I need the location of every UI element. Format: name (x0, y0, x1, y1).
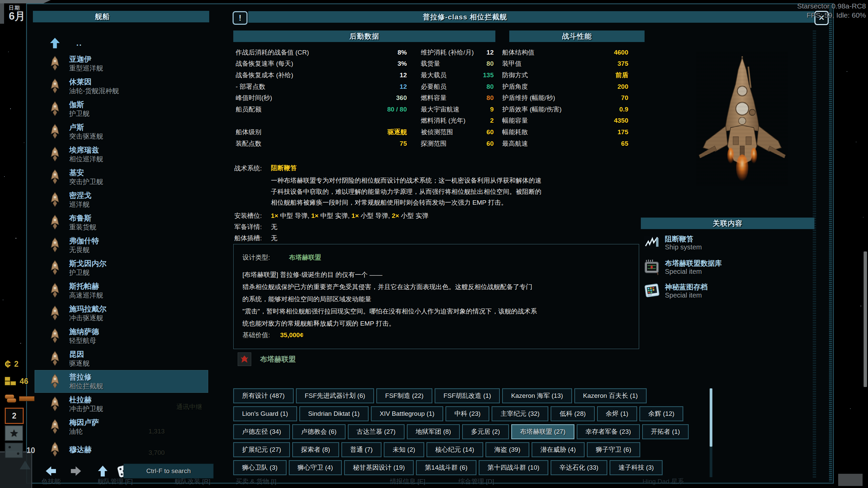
filter-button[interactable]: FSF胡乱改造 (1) (435, 388, 500, 403)
ship-list-item[interactable]: 埃席瑞兹 相位巡洋舰 (35, 143, 208, 166)
filter-scrollbar-thumb[interactable] (710, 388, 712, 447)
ship-list-item[interactable]: 斯戈因内尔 护卫舰 (35, 257, 208, 279)
ship-type: 油轮-货舰混种舰 (69, 86, 119, 95)
filter-button[interactable]: 狮子守卫 (6) (587, 442, 640, 457)
base-value-label: 基础价值: (242, 331, 270, 339)
ship-list-item[interactable]: 穆达赫 (35, 438, 208, 461)
ship-icon (47, 373, 62, 390)
alert-button[interactable]: ! (233, 11, 248, 25)
filter-button[interactable]: 开拓者 (1) (642, 424, 689, 439)
stat-value: 2 (490, 117, 494, 124)
stat-value: 8% (398, 49, 407, 56)
filter-button[interactable]: 幸存者军备 (23) (577, 424, 640, 439)
related-item-blueprint[interactable]: 神秘蓝图存档 Special item (644, 283, 708, 300)
ship-list-up-item[interactable]: .. (35, 34, 208, 52)
ship-list-item[interactable]: 施纳萨德 轻型航母 (35, 325, 208, 347)
stat-value: 4350 (614, 117, 628, 124)
filter-button[interactable]: 卢德左径 (34) (233, 424, 290, 439)
stat-row: 维护消耗 (补给/月) 12 (421, 47, 494, 58)
ship-name: 斯托帕赫 (69, 282, 103, 291)
filter-button[interactable]: 秘甘基因设计 (19) (344, 460, 414, 475)
filter-button[interactable]: Kazeron 百夫长 (1) (574, 388, 647, 403)
stat-value: 12 (400, 72, 407, 79)
design-type-value[interactable]: 布塔赫联盟 (289, 254, 321, 261)
related-header-bar: 关联内容 (641, 218, 814, 229)
filter-button[interactable]: Kazeron 海军 (13) (502, 388, 572, 403)
faction-row[interactable]: 布塔赫联盟 (238, 352, 296, 366)
crew-dice-icon (5, 443, 23, 458)
filter-button[interactable]: XIV Battlegroup (1) (371, 406, 443, 421)
filter-button[interactable]: 狮心卫队 (3) (233, 460, 287, 475)
ship-list-item[interactable]: 亚迦伊 重型巡洋舰 (35, 52, 208, 75)
alert-icon: ! (239, 14, 241, 23)
logistics-header-label: 后勤数据 (350, 32, 379, 41)
filter-button[interactable]: 潜在威胁 (4) (532, 442, 585, 457)
filter-button[interactable]: Lion's Guard (1) (233, 406, 297, 421)
bottom-bar-label: 买卖 & 货物 [I] (236, 477, 276, 486)
stat-value: 驱逐舰 (388, 128, 407, 137)
filter-button[interactable]: 普通 (7) (341, 442, 382, 457)
underlying-scrollbar[interactable] (864, 251, 867, 387)
related-item-database[interactable]: 布塔赫联盟数据库 Special item (644, 259, 722, 276)
ship-list-item[interactable]: 密涅戈 巡洋舰 (35, 188, 208, 211)
stat-value: 80 (487, 83, 494, 90)
ship-text: 斯托帕赫 高速巡洋舰 (69, 282, 103, 300)
ship-list-item[interactable]: 普拉修 相位拦截舰 (35, 370, 208, 393)
filter-button[interactable]: 核心纪元 (14) (427, 442, 483, 457)
filter-button[interactable]: 探索者 (8) (292, 442, 339, 457)
filter-button[interactable]: 地狱军团 (8) (407, 424, 460, 439)
ship-icon (47, 100, 62, 118)
bleed-number-2: 3,700 (149, 449, 165, 456)
ship-text: 亚迦伊 重型巡洋舰 (69, 55, 103, 73)
filter-button[interactable]: 多元居 (2) (462, 424, 509, 439)
stat-row: 船体级别 驱逐舰 (236, 126, 407, 138)
filter-button[interactable]: 余辉 (12) (639, 406, 683, 421)
stat-value: 4600 (614, 49, 628, 56)
stat-value: 80 (487, 60, 494, 67)
ship-text: 斯戈因内尔 护卫舰 (69, 259, 106, 277)
ship-list-item[interactable]: 昆因 驱逐舰 (35, 347, 208, 370)
ship-list-item[interactable]: 梅因卢萨 油轮 (35, 415, 208, 438)
filter-button[interactable]: 主宰纪元 (32) (492, 406, 548, 421)
filter-button[interactable]: FSF制造 (22) (376, 388, 432, 403)
faction-name: 布塔赫联盟 (260, 354, 296, 364)
ship-list-item[interactable]: 弗伽什特 无畏舰 (35, 234, 208, 257)
filter-button[interactable]: 第14战斗群 (6) (416, 460, 476, 475)
ship-list-item[interactable]: 基安 突击护卫舰 (35, 166, 208, 188)
ship-list-item[interactable]: 伽斯 护卫舰 (35, 98, 208, 120)
ship-list-item[interactable]: 斯托帕赫 高速巡洋舰 (35, 279, 208, 302)
stat-value: 375 (617, 60, 628, 67)
filter-button[interactable]: 未知 (2) (384, 442, 424, 457)
ship-list-item[interactable]: 休莱因 油轮-货舰混种舰 (35, 75, 208, 98)
filter-button[interactable]: 布塔赫联盟 (27) (511, 424, 574, 439)
tactical-system-link[interactable]: 阻断鞭笞 (271, 164, 297, 172)
filter-button[interactable]: Sindrian Diktat (1) (299, 406, 369, 421)
stat-row: 船体结构值 4600 (502, 47, 628, 58)
filter-button[interactable]: 低科 (28) (551, 406, 594, 421)
filter-button[interactable]: 速子科技 (3) (610, 460, 663, 475)
related-item-ship-system[interactable]: 阻断鞭笞 Ship system (644, 235, 702, 251)
ship-list-item[interactable]: 施玛拉戴尔 冲击驱逐舰 (35, 302, 208, 325)
description-line: [布塔赫联盟] 普拉修-级诞生的目 的仅有一个 —— (242, 269, 629, 281)
filter-button[interactable]: 中科 (23) (446, 406, 489, 421)
ship-list-item[interactable]: 卢斯 突击驱逐舰 (35, 120, 208, 143)
ship-list-item[interactable]: 布鲁斯 重装货舰 (35, 211, 208, 234)
stat-label: - 部署点数 (236, 82, 265, 91)
filter-button[interactable]: 卢德教会 (6) (292, 424, 346, 439)
mount-slot: 1× 中型 导弹, (271, 212, 311, 219)
stat-value: 12 (400, 83, 407, 90)
ship-name: 休莱因 (69, 78, 119, 86)
filter-row-2: Lion's Guard (1)Sindrian Diktat (1)XIV B… (233, 406, 708, 421)
filter-button[interactable]: FSF先进武器计划 (6) (296, 388, 374, 403)
filter-scrollbar-track[interactable] (710, 388, 712, 477)
filter-button[interactable]: 狮心守卫 (4) (289, 460, 342, 475)
filter-button[interactable]: 第十四战斗群 (10) (479, 460, 548, 475)
hud-corner-frame-side (0, 3, 4, 24)
filter-button[interactable]: 扩展纪元 (27) (233, 442, 290, 457)
filter-button[interactable]: 古达兰慕 (27) (348, 424, 405, 439)
codex-scrollbar-track[interactable] (813, 30, 816, 478)
filter-button[interactable]: 所有设计 (487) (233, 388, 294, 403)
filter-button[interactable]: 海盗 (39) (486, 442, 529, 457)
filter-button[interactable]: 辛达石化 (33) (551, 460, 607, 475)
filter-button[interactable]: 余烬 (1) (597, 406, 637, 421)
